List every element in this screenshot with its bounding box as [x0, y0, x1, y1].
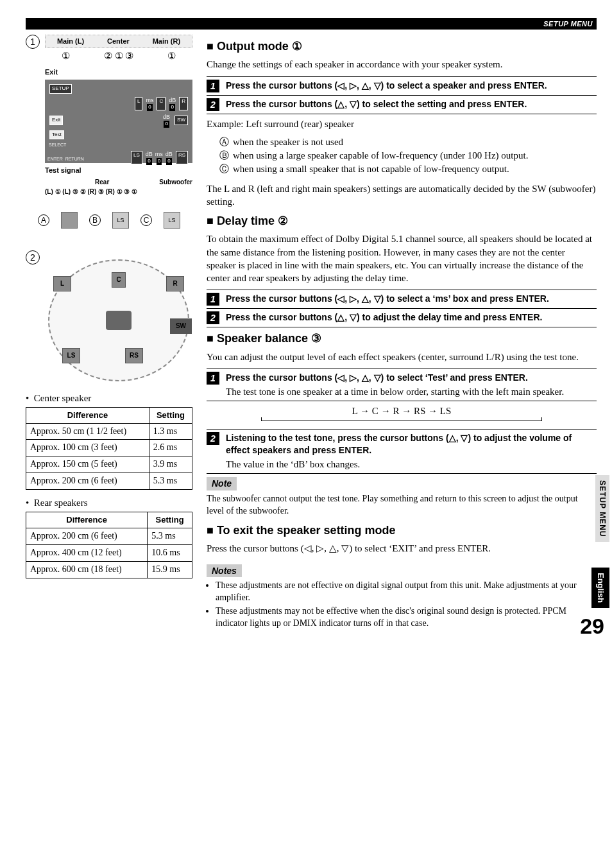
- balance-step-2: 2 Listening to the test tone, press the …: [207, 429, 597, 474]
- diag-spk-r: R: [166, 276, 184, 291]
- tone-order-loop-icon: [261, 417, 542, 421]
- osd-db2-val: 0: [164, 121, 169, 128]
- osd-ls: LS: [131, 151, 142, 164]
- table-cell: 3.9 ms: [149, 456, 192, 473]
- example-heading: Example: Left surround (rear) speaker: [207, 117, 597, 130]
- top-circ-r: ①: [167, 49, 176, 62]
- table-cell: Approx. 50 cm (1 1/2 feet): [26, 423, 149, 440]
- diag-spk-l: L: [53, 276, 71, 291]
- figure-1-number: 1: [26, 35, 40, 49]
- table-row: Approx. 200 cm (6 feet)5.3 ms: [26, 528, 192, 544]
- center-speaker-title-text: Center speaker: [34, 393, 92, 403]
- delay-step-1-text: Press the cursor buttons (◁, ▷, △, ▽) to…: [226, 293, 597, 306]
- osd-r: R: [179, 97, 188, 110]
- delay-time-heading: Delay time ②: [207, 213, 597, 229]
- step-number-1b-icon: 1: [207, 293, 219, 306]
- rear-th-0: Difference: [26, 512, 148, 528]
- option-b-circle: B: [89, 214, 101, 226]
- example-text: when using a small speaker that is not c…: [233, 162, 509, 175]
- table-cell: Approx. 100 cm (3 feet): [26, 440, 149, 456]
- right-column: Output mode ① Change the settings of eac…: [207, 35, 597, 631]
- table-row: Approx. 150 cm (5 feet)3.9 ms: [26, 456, 192, 473]
- balance-step-2-sub: The value in the ‘dB’ box changes.: [226, 458, 597, 471]
- table-row: Approx. 600 cm (18 feet)15.9 ms: [26, 561, 192, 578]
- step-number-2c-icon: 2: [207, 432, 219, 445]
- output-mode-step-2: 2 Press the cursor buttons (△, ▽) to sel…: [207, 95, 597, 114]
- note-text: The subwoofer cannot output the test ton…: [207, 493, 597, 517]
- output-mode-step-1: 1 Press the cursor buttons (◁, ▷, △, ▽) …: [207, 76, 597, 96]
- osd-enter: ENTER: [47, 157, 63, 161]
- rear-speakers-table: Difference Setting Approx. 200 cm (6 fee…: [26, 512, 192, 578]
- option-c-text: LS: [168, 216, 175, 224]
- osd-db: dB: [169, 96, 176, 104]
- tone-order-text: L → C → R → RS → LS: [352, 406, 451, 416]
- center-label: Center: [107, 37, 130, 46]
- header-bar: SETUP MENU: [26, 18, 597, 30]
- table-row: Approx. 400 cm (12 feet)10.6 ms: [26, 544, 192, 561]
- option-c-icon: LS: [164, 212, 180, 229]
- option-c-circle: C: [140, 214, 152, 226]
- step-number-2-icon: 2: [207, 98, 219, 111]
- figure-1-top-labels: Main (L) Center Main (R): [45, 35, 192, 48]
- center-th-1: Setting: [149, 408, 192, 424]
- center-th-0: Difference: [26, 408, 149, 424]
- center-speaker-table: Difference Setting Approx. 50 cm (1 1/2 …: [26, 407, 192, 490]
- test-signal-label: Test signal: [45, 166, 192, 175]
- main-r-label: Main (R): [153, 37, 180, 46]
- diag-spk-c: C: [112, 272, 126, 288]
- osd-sw: SW: [174, 116, 188, 125]
- notes-label: Notes: [207, 564, 242, 578]
- example-list: Ⓐwhen the speaker is not usedⒷwhen using…: [207, 135, 597, 176]
- speaker-layout-diagram: L C R SW LS RS: [48, 259, 189, 381]
- setup-osd-screen: SETUP L ms0 C dB0 R Exit d: [45, 80, 192, 163]
- diag-listener-icon: [106, 311, 132, 330]
- main-l-label: Main (L): [57, 37, 84, 46]
- setup-badge: SETUP: [49, 84, 72, 94]
- balance-step-1-text: Press the cursor buttons (◁, ▷, △, ▽) to…: [226, 372, 528, 383]
- table-cell: Approx. 400 cm (12 feet): [26, 544, 148, 561]
- side-tab-setup-menu: SETUP MENU: [595, 475, 609, 542]
- table-cell: 5.3 ms: [148, 528, 192, 544]
- option-b-text: LS: [117, 216, 124, 224]
- speaker-balance-intro: You can adjust the output level of each …: [207, 351, 597, 363]
- balance-step-1-sub: The test tone is one speaker at a time i…: [226, 385, 597, 398]
- step-number-1c-icon: 1: [207, 372, 219, 385]
- step-number-1-icon: 1: [207, 80, 219, 92]
- language-tab: English: [591, 568, 609, 608]
- rear-th-1: Setting: [148, 512, 192, 528]
- osd-db3-val: 0: [146, 158, 151, 165]
- output-mode-heading: Output mode ①: [207, 39, 597, 54]
- option-b-icon: LS: [112, 212, 129, 229]
- output-mode-tail: The L and R (left and right main speaker…: [207, 182, 597, 209]
- balance-step-2-text: Listening to the test tone, press the cu…: [226, 433, 572, 455]
- osd-db2: dB: [163, 113, 170, 121]
- osd-db4: dB: [166, 150, 173, 158]
- example-key: Ⓐ: [219, 135, 229, 148]
- example-key: Ⓒ: [219, 162, 229, 175]
- example-text: when using a large speaker capable of lo…: [233, 149, 528, 162]
- exit-mode-body: Press the cursor buttons (◁, ▷, △, ▽) to…: [207, 542, 597, 555]
- osd-return: RETURN: [65, 157, 84, 161]
- option-a-icon: [61, 212, 78, 229]
- table-cell: Approx. 150 cm (5 feet): [26, 456, 149, 473]
- osd-db4-val: 0: [166, 158, 171, 165]
- balance-step-1: 1 Press the cursor buttons (◁, ▷, △, ▽) …: [207, 369, 597, 401]
- table-cell: 2.6 ms: [149, 440, 192, 456]
- figure-2-number: 2: [26, 250, 40, 265]
- rear-label: Rear: [95, 178, 109, 187]
- table-cell: 1.3 ms: [149, 423, 192, 440]
- osd-db3: dB: [146, 150, 153, 158]
- table-cell: 10.6 ms: [148, 544, 192, 561]
- osd-ms2-val: 0: [157, 158, 162, 165]
- osd-ms-val: 0: [147, 104, 152, 111]
- table-cell: 5.3 ms: [149, 473, 192, 490]
- delay-step-1: 1 Press the cursor buttons (◁, ▷, △, ▽) …: [207, 290, 597, 309]
- example-item: Ⓐwhen the speaker is not used: [219, 135, 597, 148]
- rear-speakers-title-text: Rear speakers: [34, 498, 88, 508]
- example-item: Ⓑwhen using a large speaker capable of l…: [219, 149, 597, 162]
- page-number: 29: [580, 612, 604, 641]
- exit-mode-notes: These adjustments are not effective on d…: [207, 580, 597, 630]
- table-cell: Approx. 200 cm (6 feet): [26, 528, 148, 544]
- table-row: Approx. 50 cm (1 1/2 feet)1.3 ms: [26, 423, 192, 440]
- osd-rs: RS: [176, 151, 188, 164]
